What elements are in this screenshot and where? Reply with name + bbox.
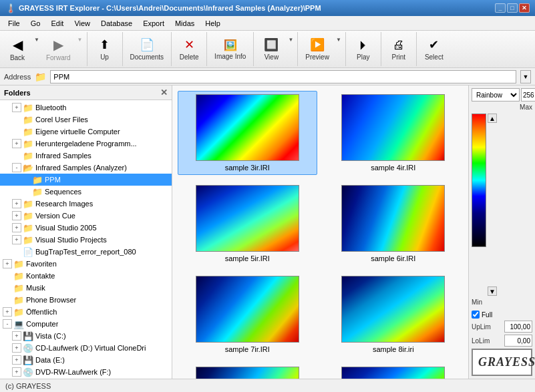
tree-item[interactable]: 📁 Phone Browser [0,294,172,306]
main-content: Folders ✕ + 📁 Bluetooth 📁 Corel User Fil… [0,85,535,379]
menu-database[interactable]: Database [96,17,138,29]
back-button[interactable]: ◀ Back [3,33,32,66]
folders-close-button[interactable]: ✕ [160,87,168,97]
delete-button[interactable]: ✕ Delete [174,33,204,66]
scale-palette-dropdown[interactable]: Rainbow Grayscale Iron [472,88,520,102]
toolbar-view-group: 🔲 View ▼ [256,32,298,66]
tree-item[interactable]: + 📁 Öffentlich [0,306,172,318]
tree-item[interactable]: - 💻 Computer [0,318,172,330]
tree-expander[interactable]: + [12,103,21,112]
back-icon: ◀ [13,37,23,53]
tree-item[interactable]: + 💾 Data (E:) [0,354,172,366]
file-item[interactable]: sample 7ir.IRI [178,272,317,357]
preview-button[interactable]: ▶️ Preview [301,33,334,66]
tree-item[interactable]: + 💿 DVD-RW-Laufwerk (F:) [0,366,172,378]
menu-edit[interactable]: Edit [45,17,69,29]
lolim-input[interactable] [504,335,532,347]
tree-expander[interactable]: + [12,235,21,244]
up-button[interactable]: ⬆ Up [90,33,120,66]
tree-item[interactable]: - 📂 Infrared Samples (Analyzer) [0,162,172,174]
toolbar-imageinfo-group: 🖼️ Image Info [210,32,254,66]
preview-arrow[interactable]: ▼ [335,33,343,66]
tree-expander[interactable]: + [12,331,21,341]
file-label: sample 8ir.iri [373,345,414,353]
print-button[interactable]: 🖨 Print [384,33,413,66]
address-label: Address [4,73,31,81]
view-arrow[interactable]: ▼ [287,33,295,66]
tree-item[interactable]: + 💿 CD-Laufwerk (D:) Virtual CloneDri [0,342,172,354]
forward-arrow[interactable]: ▼ [76,33,84,66]
play-button[interactable]: ⏵ Play [349,33,378,66]
close-button[interactable]: ✕ [519,3,530,13]
back-arrow[interactable]: ▼ [33,33,41,66]
file-thumbnail [196,185,299,252]
address-dropdown[interactable]: ▼ [520,70,531,83]
tree-item[interactable]: + 📁 Heruntergeladene Programm... [0,138,172,150]
folder-icon: 📁 [23,199,33,209]
scale-down-button[interactable]: ▼ [488,286,497,296]
forward-label: Forward [46,54,71,61]
scale-up-button[interactable]: ▲ [488,114,497,123]
folder-icon: 💿 [23,343,33,353]
tree-item[interactable]: 📁 Sequences [0,186,172,198]
tree-expander[interactable]: + [12,139,21,148]
menu-export[interactable]: Export [138,17,170,29]
tree-expander[interactable]: + [12,355,21,365]
file-item[interactable]: sample 4ir.IRI [324,91,464,175]
forward-button[interactable]: ▶ Forward [41,33,75,66]
tree-item[interactable]: + 📁 Version Cue [0,210,172,222]
tree-item[interactable]: + 📁 Research Images [0,198,172,210]
scale-value-input[interactable] [521,88,535,102]
tree-expander[interactable]: + [12,211,21,220]
tree-item[interactable]: 📁 Kontakte [0,270,172,282]
folder-icon: 💿 [23,367,33,377]
documents-button[interactable]: 📄 Documents [126,33,169,66]
tree-expander[interactable]: - [3,319,12,329]
tree-expander[interactable]: + [12,199,21,208]
menu-view[interactable]: View [69,17,96,29]
uplim-input[interactable] [504,321,532,333]
menu-help[interactable]: Help [200,17,226,29]
select-button[interactable]: ✔ Select [419,33,449,66]
menu-file[interactable]: File [3,17,25,29]
tree-expander[interactable]: + [12,367,21,377]
view-button[interactable]: 🔲 View [256,33,286,66]
address-input[interactable] [50,70,516,83]
full-checkbox[interactable] [472,311,480,319]
tree-item[interactable]: + 📱 Nokia Phone Browser [0,378,172,379]
minimize-button[interactable]: _ [495,3,506,13]
scale-area: ▲ ▼ [472,114,532,296]
tree-expander[interactable]: + [12,343,21,353]
file-item[interactable]: sample 10ir.IRI [324,363,464,379]
tree-item[interactable]: 📁 Musik [0,282,172,294]
tree-item[interactable]: + 📁 Favoriten [0,258,172,270]
tree-expander[interactable]: + [3,307,12,317]
file-item[interactable]: sample 8ir.iri [324,272,464,357]
tree-expander[interactable]: + [3,259,12,268]
file-item[interactable]: sample 5ir.IRI [178,182,317,266]
tree-expander[interactable]: + [12,223,21,232]
maximize-button[interactable]: □ [507,3,518,13]
tree-item[interactable]: + 📁 Visual Studio Projects [0,234,172,246]
tree-item[interactable]: + 📁 Bluetooth [0,102,172,114]
tree-item[interactable]: 📁 Corel User Files [0,114,172,126]
menu-midas[interactable]: Midas [170,17,200,29]
tree-item-label: Computer [26,320,58,328]
tree-expander [12,151,21,160]
folder-icon: 💾 [23,355,33,365]
image-info-button[interactable]: 🖼️ Image Info [210,33,250,66]
menu-go[interactable]: Go [25,17,46,29]
tree-item[interactable]: + 📁 Visual Studio 2005 [0,222,172,234]
tree-item[interactable]: 📁 Eigene virtuelle Computer [0,126,172,138]
file-item[interactable]: sample 9ir.IRI [178,363,317,379]
tree-item-label: Favoriten [26,260,57,268]
tree-expander[interactable]: - [12,163,21,172]
tree-item[interactable]: 📄 BugTrapTest_error_report_080 [0,246,172,258]
folders-tree[interactable]: + 📁 Bluetooth 📁 Corel User Files 📁 Eigen… [0,100,172,379]
tree-item[interactable]: 📁 Infrared Samples [0,150,172,162]
tree-item[interactable]: 📁 PPM [0,174,172,186]
tree-item[interactable]: + 💾 Vista (C:) [0,330,172,342]
file-item[interactable]: sample 3ir.IRI [178,91,317,175]
file-item[interactable]: sample 6ir.IRI [324,182,464,266]
tree-item-label: Eigene virtuelle Computer [35,128,120,136]
